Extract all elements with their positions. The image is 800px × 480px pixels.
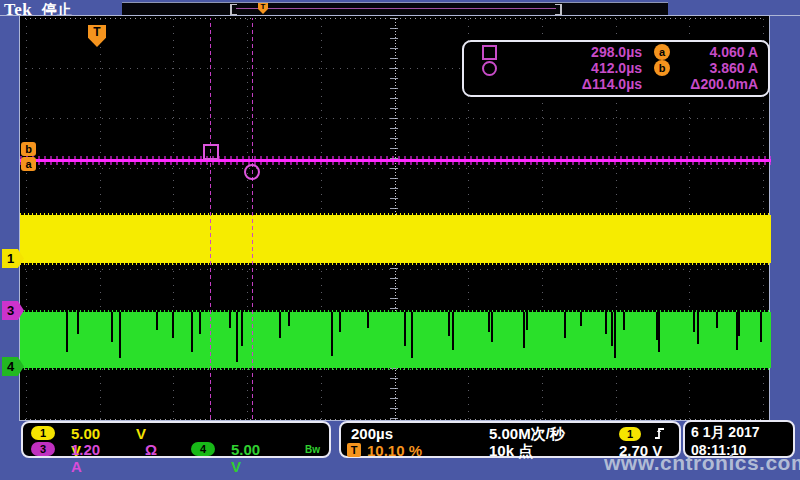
cursor-b-badge-icon: b [654,60,670,76]
ch4-dropout-glitch [199,312,201,334]
timebase-readout[interactable]: 200µs [351,425,393,442]
ch4-dropout-glitch [119,312,121,358]
cursor-a-time: 298.0µs [512,44,642,60]
cursor-readout-panel: 298.0µs a 4.060 A 412.0µs b 3.860 A Δ114… [462,40,770,97]
ch3-badge[interactable]: 3 [31,442,55,456]
ch4-dropout-glitch [288,312,290,326]
ch4-dropout-glitch [614,312,616,358]
ch4-dropout-glitch [66,312,68,352]
ch4-scale-readout[interactable]: 5.00 V [231,441,260,475]
cursor-b-time: 412.0µs [512,60,642,76]
ch4-dropout-glitch [448,312,450,336]
ch4-dropout-glitch [658,312,660,352]
ch4-dropout-glitch [241,312,243,346]
date-readout: 6 1月 2017 [691,424,793,442]
record-length-readout: 10k 点 [489,442,533,461]
ch4-dropout-glitch [488,312,490,332]
ch4-badge[interactable]: 4 [191,442,215,456]
cursor-a-line[interactable] [210,18,211,419]
cursor-delta-time: Δ114.0µs [512,76,642,92]
ch4-dropout-glitch [279,312,281,338]
ch4-dropout-glitch [236,312,238,362]
ch4-dropout-glitch [339,312,341,332]
ch4-dropout-glitch [491,312,493,342]
ch4-dropout-glitch [229,312,231,328]
cursor-delta-value: Δ200.0mA [682,76,758,92]
cursor-b-circle-marker[interactable] [244,164,260,180]
ch4-dropout-glitch [111,312,113,342]
ch4-dropout-glitch [738,312,740,336]
ch4-dropout-glitch [760,312,762,342]
record-view-bar: T [122,2,668,15]
ch4-dropout-glitch [693,312,695,332]
record-trigger-marker-icon: T [258,3,268,14]
ch4-dropout-glitch [77,312,79,334]
ch4-bandwidth-icon: Bw [305,444,320,455]
ch3-scale-readout[interactable]: 1.20 A [71,441,100,475]
ch4-dropout-glitch [191,312,193,352]
ch4-dropout-glitch [697,312,699,344]
trigger-position-badge: T [347,443,361,457]
cursor-b-circle-icon [482,61,497,76]
ch1-badge[interactable]: 1 [31,426,55,440]
ch4-dropout-glitch [611,312,613,346]
watermark: www.cntronics.com [604,451,800,475]
cursor-a-badge-icon: a [654,44,670,60]
ch4-dropout-glitch [526,312,528,330]
trigger-position-icon: T [88,25,106,47]
ch4-dropout-glitch [367,312,369,328]
cursor-a-square-marker[interactable] [203,144,219,160]
ch1-waveform-band [20,215,771,263]
ch4-waveform-band [20,312,771,368]
ch4-dropout-glitch [564,312,566,338]
cursor-a-badge: a [21,157,36,171]
cursor-a-value: 4.060 A [682,44,758,60]
ch4-dropout-glitch [716,312,718,328]
ch4-dropout-glitch [404,312,406,346]
ch4-dropout-glitch [605,312,607,334]
cursor-b-badge: b [21,142,36,156]
channel-scale-panel: 1 5.00 V V 3 1.20 A Ω 4 5.00 V Bw [21,421,331,458]
oscilloscope-screen: Tek 停止 T T b a 1 3 4 298.0µs a 4.060 A 4… [0,0,800,480]
ch4-dropout-glitch [452,312,454,350]
ch4-dropout-glitch [331,312,333,356]
ch4-dropout-glitch [523,312,525,348]
record-window-bracket-left [230,4,237,15]
ch4-dropout-glitch [156,312,158,330]
cursor-b-value: 3.860 A [682,60,758,76]
trigger-position-readout: 10.10 % [367,442,422,459]
trigger-slope-icon [653,426,667,441]
ch4-dropout-glitch [623,312,625,330]
cursor-b-line[interactable] [252,18,253,419]
trigger-source-badge[interactable]: 1 [619,427,641,441]
ch4-dropout-glitch [411,312,413,358]
record-line [236,8,556,9]
ch3-current-trace [20,156,771,165]
ch3-coupling: Ω [145,441,157,458]
ch4-dropout-glitch [172,312,174,338]
ch4-dropout-glitch [580,312,582,326]
record-window-bracket-right [555,4,562,15]
cursor-a-square-icon [482,45,497,60]
